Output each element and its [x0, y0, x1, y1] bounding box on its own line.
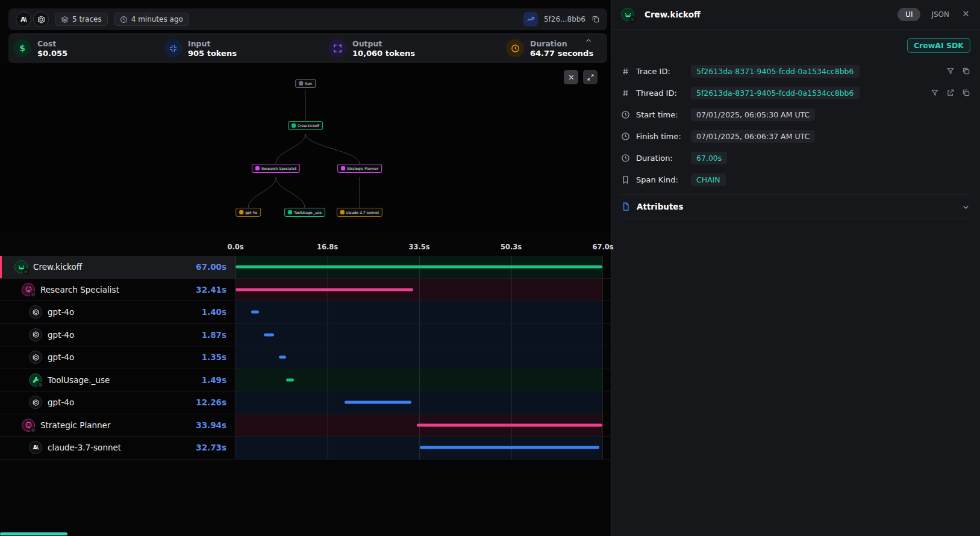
stat-label: Cost	[37, 39, 67, 48]
span-bar[interactable]	[417, 423, 602, 426]
timeline-row[interactable]: gpt-4o1.87s	[0, 324, 611, 347]
graph-node[interactable]: gpt-4o	[236, 208, 261, 217]
trace-viewer-app: A\ 5 traces 4 minutes ago 5f26...8bb6	[0, 0, 980, 536]
field-value[interactable]: 5f2613da-8371-9405-fcdd-0a1534cc8bb6	[691, 87, 860, 99]
graph-node[interactable]: Crew.kickoff	[288, 121, 323, 130]
crewai-icon	[621, 8, 634, 21]
span-name: gpt-4o	[48, 352, 74, 362]
output-tokens-icon	[328, 39, 346, 57]
field-value[interactable]: 07/01/2025, 06:06:37 AM UTC	[691, 130, 815, 143]
timeline-row[interactable]: A\claude-3.7-sonnet32.73s	[0, 437, 611, 460]
expand-graph-button[interactable]	[583, 70, 598, 84]
copy-icon[interactable]	[962, 89, 970, 97]
tab-ui[interactable]: UI	[897, 8, 920, 21]
field-value[interactable]: 5f2613da-8371-9405-fcdd-0a1534cc8bb6	[691, 65, 860, 78]
span-bar[interactable]	[286, 378, 295, 381]
tab-json[interactable]: JSON	[931, 10, 949, 19]
chevron-down-icon	[961, 202, 970, 211]
provider-badge	[629, 16, 635, 22]
copy-icon[interactable]	[591, 15, 600, 23]
openai-logo-icon	[33, 11, 49, 27]
horizontal-scrollbar[interactable]	[0, 532, 67, 535]
graph-node[interactable]: claude-3.7-sonnet	[337, 208, 382, 217]
graph-node[interactable]: Strategic Planner	[337, 164, 382, 173]
span-bar[interactable]	[264, 333, 274, 336]
span-duration: 32.73s	[196, 443, 236, 452]
node-label: Research Specialist	[261, 166, 296, 170]
node-icon	[299, 81, 303, 86]
trend-icon[interactable]	[523, 12, 538, 26]
details-header: Crew.kickoff UI JSON	[611, 0, 980, 30]
anthropic-logo-icon: A\	[16, 11, 31, 27]
stat-value: 10,060 tokens	[352, 49, 415, 58]
stat-output: Output10,060 tokens	[328, 39, 506, 58]
details-title: Crew.kickoff	[644, 10, 701, 19]
timeline-row[interactable]: Research Specialist32.41s	[0, 279, 611, 302]
agent-icon	[22, 419, 35, 432]
span-bar[interactable]	[236, 266, 602, 269]
bookmark-icon	[621, 175, 631, 184]
provider-badge	[30, 427, 36, 433]
timeline-row[interactable]: gpt-4o1.40s	[0, 301, 611, 324]
close-panel-icon[interactable]	[961, 9, 970, 20]
span-name: Research Specialist	[40, 285, 119, 294]
graph-node[interactable]: Run	[295, 79, 316, 88]
trace-short-id: 5f26...8bb6	[544, 15, 585, 23]
trace-graph[interactable]: RunCrew.kickoffResearch SpecialistStrate…	[0, 63, 611, 232]
node-label: Strategic Planner	[347, 166, 378, 170]
stat-value: 64.77 seconds	[530, 49, 593, 58]
graph-node[interactable]: ToolUsage._use	[284, 208, 325, 217]
field-value[interactable]: 67.00s	[691, 152, 727, 164]
span-duration: 1.49s	[202, 375, 236, 385]
span-name: claude-3.7-sonnet	[48, 443, 121, 452]
traces-count-badge[interactable]: 5 traces	[55, 13, 108, 26]
stat-input: Input905 tokens	[164, 39, 328, 58]
time-tick: 0.0s	[227, 243, 243, 251]
hash-icon	[621, 89, 631, 98]
provider-badge	[23, 269, 29, 275]
duration-icon	[506, 39, 524, 57]
node-icon	[292, 123, 296, 128]
sdk-row: CrewAI SDK	[611, 30, 980, 60]
stat-duration: Duration64.77 seconds	[506, 39, 593, 58]
node-icon	[288, 210, 292, 214]
timeline-row[interactable]: gpt-4o1.35s	[0, 346, 611, 369]
time-axis: 0.0s16.8s33.5s50.3s67.0s	[0, 232, 611, 256]
time-ago-badge[interactable]: 4 minutes ago	[114, 13, 189, 26]
stat-cost: $ Cost$0.055	[13, 39, 164, 58]
input-tokens-icon	[164, 39, 182, 57]
detail-field: Trace ID:5f2613da-8371-9405-fcdd-0a1534c…	[621, 60, 970, 82]
external-icon[interactable]	[946, 89, 955, 97]
openai-logo-icon	[29, 305, 42, 319]
close-graph-button[interactable]	[564, 70, 578, 84]
node-label: ToolUsage._use	[294, 210, 322, 214]
graph-edges	[0, 63, 611, 232]
sdk-badge[interactable]: CrewAI SDK	[907, 38, 970, 53]
timeline-row[interactable]: Strategic Planner33.94s	[0, 414, 611, 437]
span-bar[interactable]	[236, 288, 413, 291]
filter-icon[interactable]	[946, 67, 955, 75]
node-icon	[255, 166, 260, 170]
attributes-section[interactable]: Attributes	[621, 194, 970, 219]
detail-field: Duration:67.00s	[621, 147, 970, 169]
graph-node[interactable]: Research Specialist	[252, 164, 300, 173]
timeline-row[interactable]: ToolUsage._use1.49s	[0, 369, 611, 392]
traces-count-label: 5 traces	[72, 15, 102, 23]
stats-bar: $ Cost$0.055 Input905 tokens Output10,06…	[8, 33, 607, 63]
span-bar[interactable]	[345, 401, 411, 404]
span-bar[interactable]	[279, 356, 286, 359]
copy-icon[interactable]	[962, 67, 970, 75]
span-bar[interactable]	[251, 311, 259, 314]
span-bar[interactable]	[420, 446, 599, 449]
timeline-row[interactable]: gpt-4o12.26s	[0, 391, 611, 414]
field-value[interactable]: 07/01/2025, 06:05:30 AM UTC	[691, 108, 815, 121]
span-name: Strategic Planner	[40, 420, 110, 430]
field-value[interactable]: CHAIN	[691, 173, 726, 186]
node-label: gpt-4o	[245, 210, 257, 214]
timeline-row[interactable]: Crew.kickoff67.00s	[0, 256, 611, 279]
filter-icon[interactable]	[931, 89, 939, 97]
time-tick: 33.5s	[408, 243, 429, 251]
collapse-stats-chevron-icon[interactable]	[584, 37, 593, 47]
span-duration: 33.94s	[196, 420, 236, 430]
node-icon	[341, 166, 345, 170]
